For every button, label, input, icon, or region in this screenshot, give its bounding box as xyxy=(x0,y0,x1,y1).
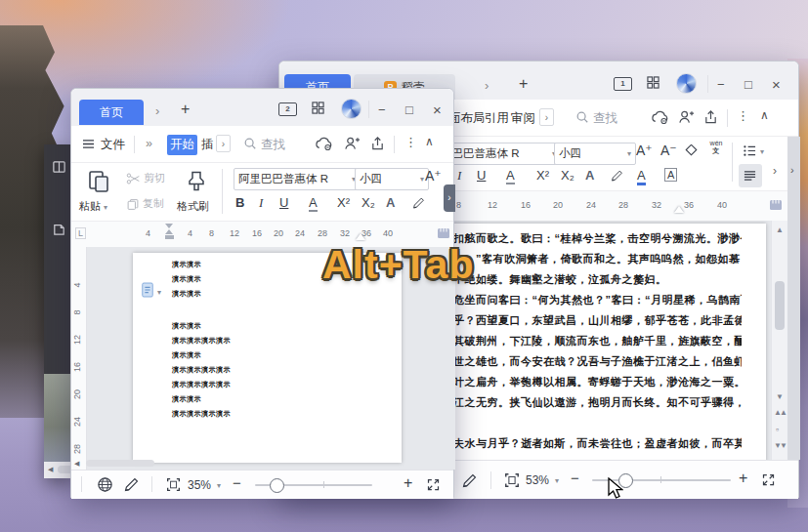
front-bold-button[interactable]: B xyxy=(235,195,244,210)
back-more-menu-icon[interactable]: ⋮ xyxy=(737,108,749,123)
back-new-tab-button[interactable]: + xyxy=(519,76,528,92)
front-fit-page-icon[interactable] xyxy=(166,477,181,492)
front-menu-overflow[interactable]: » xyxy=(146,137,152,150)
page-down-icon[interactable]: ▼▼ xyxy=(774,441,786,450)
scroll-up-icon[interactable]: ▲ xyxy=(776,225,784,234)
front-superscript-button[interactable]: X² xyxy=(337,195,350,210)
main-menu-icon[interactable] xyxy=(82,139,95,149)
back-shrink-font-button[interactable]: A⁻ xyxy=(660,143,677,158)
back-char-shading-button[interactable]: A xyxy=(506,168,515,184)
back-share-icon[interactable] xyxy=(703,109,718,125)
format-painter-icon[interactable] xyxy=(187,168,206,194)
right-indent-marker[interactable] xyxy=(356,233,365,240)
front-highlight-pen-icon[interactable] xyxy=(411,196,426,210)
back-font-size-select[interactable]: 小四 ▾ xyxy=(554,143,636,165)
back-font-color-button[interactable]: A xyxy=(637,168,646,185)
front-fullscreen-icon[interactable] xyxy=(426,477,441,492)
back-maximize-button[interactable]: □ xyxy=(744,78,752,91)
back-window-mode-icon[interactable]: 1 xyxy=(614,77,632,91)
paste-button[interactable]: 粘贴 ▾ xyxy=(79,199,107,214)
front-tab-home[interactable]: 首页 xyxy=(79,100,144,125)
back-superscript-button[interactable]: X² xyxy=(536,168,549,183)
front-window-mode-icon[interactable]: 2 xyxy=(278,102,297,116)
front-tab-list-chevron[interactable]: › xyxy=(155,104,159,117)
back-vertical-scrollbar[interactable]: ▲ ▼ ▲▲ ▫ ▼▼ xyxy=(771,221,788,460)
back-phonetic-guide-button[interactable]: wén 文 xyxy=(707,140,725,154)
front-zoom-level[interactable]: 35% xyxy=(188,478,211,492)
front-menu-more-chevron[interactable]: › xyxy=(216,135,231,152)
front-grow-font-button[interactable]: A⁺ xyxy=(425,168,442,184)
front-user-avatar[interactable] xyxy=(341,99,361,119)
front-cloud-sync-icon[interactable] xyxy=(315,136,333,151)
front-horizontal-scrollbar[interactable]: ◀ xyxy=(71,457,455,470)
back-zoom-level[interactable]: 53% xyxy=(526,473,549,487)
back-clear-format-icon[interactable] xyxy=(684,144,699,157)
back-underline-button[interactable]: U xyxy=(477,168,486,183)
indent-marker[interactable] xyxy=(165,224,174,239)
back-align-button-active[interactable] xyxy=(739,164,762,187)
paste-options-icon[interactable] xyxy=(141,282,154,298)
back-highlight-pen-icon[interactable] xyxy=(610,169,624,183)
front-subscript-button[interactable]: X₂ xyxy=(361,195,375,210)
front-close-button[interactable]: × xyxy=(433,102,442,117)
back-bullet-list-icon[interactable] xyxy=(743,144,757,157)
back-user-avatar[interactable] xyxy=(676,73,697,94)
front-minimize-button[interactable]: − xyxy=(378,103,386,116)
back-fit-page-icon[interactable] xyxy=(504,472,520,488)
back-search-label[interactable]: 查找 xyxy=(593,110,617,127)
front-ruler-toggle-icon[interactable] xyxy=(437,227,450,239)
back-zoom-out-button[interactable]: − xyxy=(571,470,579,486)
vscroll-thumb[interactable] xyxy=(775,281,785,330)
front-char-shading-button[interactable]: A xyxy=(309,195,318,212)
front-edit-pen-icon[interactable] xyxy=(123,476,140,493)
front-zoom-slider-knob[interactable] xyxy=(270,478,284,493)
front-underline-button[interactable]: U xyxy=(279,195,288,210)
back-menu-references[interactable]: 引用 xyxy=(485,110,509,127)
front-document-text-top[interactable]: 演示演示 演示演示 演示演示 xyxy=(172,257,201,301)
front-font-name-select[interactable]: 阿里巴巴普惠体 R ▾ xyxy=(234,168,361,190)
side-panel-expand-chevron[interactable]: › xyxy=(790,164,794,176)
front-menu-insert-partial[interactable]: 插 xyxy=(201,137,214,153)
front-web-layout-globe-icon[interactable] xyxy=(97,476,113,493)
front-document-text-body[interactable]: 演示演示 演示演示演示演示 演示演示 演示演示演示演示 演示演示演示演示 演示演… xyxy=(172,318,231,421)
back-zoom-in-button[interactable]: + xyxy=(739,470,747,487)
paste-icon[interactable] xyxy=(87,169,110,194)
back-cloud-sync-icon[interactable] xyxy=(651,109,669,125)
front-italic-button[interactable]: I xyxy=(259,195,263,211)
dropdown-icon[interactable]: ▾ xyxy=(555,476,559,485)
back-minimize-button[interactable]: − xyxy=(717,78,725,91)
page-up-icon[interactable]: ▲▲ xyxy=(774,408,786,417)
back-collapse-ribbon-icon[interactable]: ∧ xyxy=(760,108,769,122)
front-invite-user-icon[interactable] xyxy=(344,136,361,151)
back-ruler-toggle-icon[interactable] xyxy=(769,199,783,211)
back-grow-font-button[interactable]: A⁺ xyxy=(636,143,653,158)
back-char-border-button[interactable]: A xyxy=(664,168,677,182)
wps-window-front[interactable]: 首页 › + 2 − □ × 文件 » 开始 插 › 查找 xyxy=(70,88,454,498)
back-text-effects-button[interactable]: A xyxy=(585,168,594,183)
front-menu-file[interactable]: 文件 xyxy=(101,137,125,153)
back-edit-pen-icon[interactable] xyxy=(461,472,478,489)
tab-stop-selector[interactable]: L xyxy=(75,227,86,239)
front-menu-home-selected[interactable]: 开始 xyxy=(167,135,197,155)
back-workspace-grid-icon[interactable] xyxy=(647,76,659,89)
back-italic-button[interactable]: I xyxy=(457,168,461,184)
front-workspace-grid-icon[interactable] xyxy=(312,102,324,114)
hscroll-thumb[interactable] xyxy=(86,460,154,467)
back-menu-more-chevron[interactable]: › xyxy=(539,108,554,126)
front-font-size-select[interactable]: 小四 ▾ xyxy=(355,168,429,190)
background-app-window[interactable]: ◀ xyxy=(44,144,73,478)
back-subscript-button[interactable]: X₂ xyxy=(561,168,574,183)
front-zoom-in-button[interactable]: + xyxy=(404,474,412,492)
front-toolbar-expand-chevron[interactable]: › xyxy=(444,184,455,212)
scroll-left-icon[interactable]: ◀ xyxy=(48,466,53,473)
right-indent-marker[interactable] xyxy=(674,206,684,213)
front-new-tab-button[interactable]: + xyxy=(181,102,190,117)
scroll-left-icon[interactable]: ◀ xyxy=(74,460,79,468)
back-search-icon[interactable] xyxy=(575,110,589,124)
back-fullscreen-icon[interactable] xyxy=(761,472,776,487)
background-app-scrollbar[interactable]: ◀ xyxy=(44,462,73,478)
front-maximize-button[interactable]: □ xyxy=(405,103,413,116)
back-close-button[interactable]: × xyxy=(772,77,781,92)
dropdown-icon[interactable]: ▾ xyxy=(217,481,221,490)
back-menu-review[interactable]: 审阅 xyxy=(511,110,535,127)
